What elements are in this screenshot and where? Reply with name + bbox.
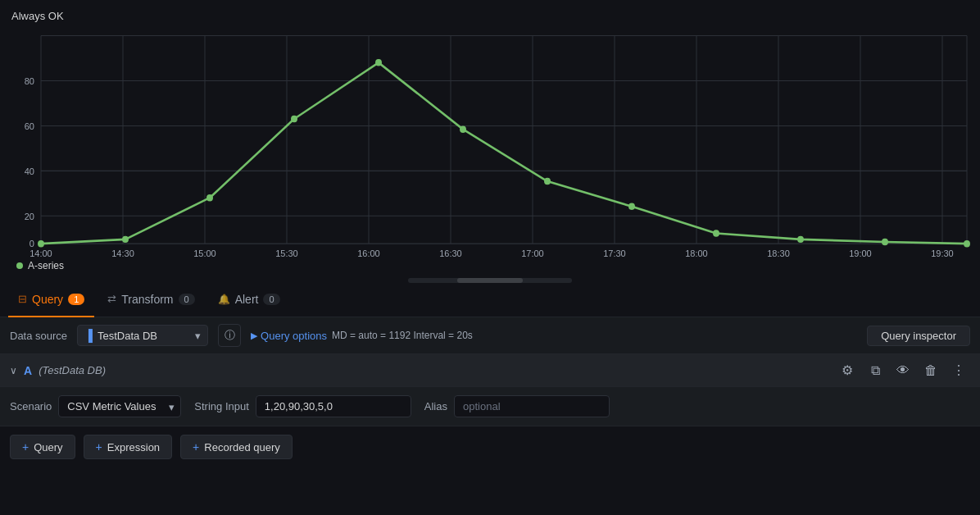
- datasource-label: Data source: [10, 330, 67, 342]
- query-options-row: ▶ Query options MD = auto = 1192 Interva…: [251, 330, 857, 342]
- more-icon: ⋮: [952, 362, 965, 378]
- svg-point-39: [291, 116, 297, 122]
- svg-point-42: [544, 178, 551, 185]
- toolbar-row: Data source ▐ TestData DB ▾ ⓘ ▶ Query op…: [0, 317, 980, 354]
- query-header: ∨ A (TestData DB) ⚙ ⧉ 👁 🗑 ⋮: [0, 354, 980, 387]
- chart-legend: A-series: [8, 257, 972, 275]
- svg-text:18:00: 18:00: [685, 248, 707, 257]
- scrollbar-thumb: [457, 278, 523, 283]
- chart-title: Always OK: [8, 10, 972, 22]
- chart-area: Always OK 0 20 40 60 80: [0, 0, 980, 283]
- svg-point-44: [713, 230, 719, 236]
- add-query-plus-icon: +: [22, 440, 29, 453]
- svg-point-43: [628, 203, 635, 209]
- query-inspector-button[interactable]: Query inspector: [867, 326, 970, 346]
- query-source-label: (TestData DB): [39, 364, 106, 376]
- query-letter: A: [24, 364, 32, 377]
- svg-point-47: [964, 240, 970, 247]
- settings-icon: ⚙: [842, 362, 853, 378]
- svg-text:14:00: 14:00: [29, 248, 52, 257]
- svg-point-36: [38, 240, 44, 247]
- datasource-name: TestData DB: [98, 330, 190, 342]
- datasource-select[interactable]: ▐ TestData DB ▾: [77, 325, 208, 346]
- query-tab-icon: ⊟: [18, 293, 27, 305]
- svg-text:15:30: 15:30: [275, 248, 297, 257]
- tab-query-label: Query: [32, 293, 63, 306]
- svg-point-41: [460, 125, 466, 132]
- add-query-label: Query: [34, 441, 62, 453]
- add-expression-label: Expression: [107, 441, 160, 453]
- svg-text:14:30: 14:30: [111, 248, 134, 257]
- tab-query[interactable]: ⊟ Query 1: [8, 283, 94, 317]
- add-expression-button[interactable]: + Expression: [84, 435, 173, 459]
- tab-alert-badge: 0: [263, 294, 279, 305]
- alert-tab-icon: 🔔: [218, 294, 230, 305]
- alias-label: Alias: [424, 400, 447, 412]
- scenario-label: Scenario: [10, 400, 52, 412]
- tab-transform-label: Transform: [121, 293, 173, 306]
- query-actions: ⚙ ⧉ 👁 🗑 ⋮: [836, 359, 970, 382]
- legend-dot: [16, 262, 23, 269]
- query-options-values: MD = auto = 1192 Interval = 20s: [332, 330, 473, 341]
- bottom-bar: + Query + Expression + Recorded query: [0, 426, 980, 467]
- datasource-caret-icon: ▾: [195, 330, 201, 342]
- svg-text:0: 0: [29, 239, 34, 248]
- scenario-select-wrapper: CSV Metric Values: [58, 395, 181, 417]
- query-visibility-button[interactable]: 👁: [892, 359, 914, 382]
- svg-point-46: [882, 239, 888, 245]
- svg-point-45: [797, 236, 804, 243]
- svg-text:15:00: 15:00: [193, 248, 216, 257]
- alias-field-group: Alias: [424, 395, 610, 417]
- svg-text:20: 20: [25, 211, 34, 221]
- alias-input[interactable]: [454, 395, 610, 417]
- add-query-button[interactable]: + Query: [10, 435, 75, 459]
- add-recorded-query-button[interactable]: + Recorded query: [180, 435, 293, 459]
- scenario-select[interactable]: CSV Metric Values: [58, 395, 181, 417]
- tabs-bar: ⊟ Query 1 ⇄ Transform 0 🔔 Alert 0: [0, 283, 980, 317]
- query-collapse-icon: ∨: [10, 365, 17, 376]
- chart-svg-container: 0 20 40 60 80 14:00 14:30 15:00 15:30 1: [8, 27, 972, 257]
- info-icon: ⓘ: [225, 328, 235, 343]
- query-options-toggle[interactable]: ▶ Query options: [251, 330, 327, 342]
- query-settings-button[interactable]: ⚙: [836, 359, 859, 382]
- svg-point-37: [122, 236, 129, 243]
- svg-text:19:30: 19:30: [931, 248, 953, 257]
- tab-alert-label: Alert: [235, 293, 259, 306]
- eye-icon: 👁: [896, 363, 910, 378]
- query-options-label: Query options: [261, 330, 327, 342]
- query-collapse-button[interactable]: ∨: [10, 365, 17, 376]
- add-expression-plus-icon: +: [96, 440, 102, 453]
- tab-transform-badge: 0: [179, 294, 195, 305]
- svg-text:16:00: 16:00: [357, 248, 379, 257]
- query-options-arrow-icon: ▶: [251, 330, 257, 341]
- query-delete-button[interactable]: 🗑: [919, 359, 942, 382]
- tab-transform[interactable]: ⇄ Transform 0: [98, 283, 204, 317]
- string-input-label: String Input: [194, 400, 249, 412]
- add-recorded-plus-icon: +: [193, 440, 199, 453]
- trash-icon: 🗑: [924, 363, 937, 378]
- scenario-field-group: Scenario CSV Metric Values: [10, 395, 181, 417]
- query-panel: ∨ A (TestData DB) ⚙ ⧉ 👁 🗑 ⋮ Scenario: [0, 354, 980, 426]
- legend-label: A-series: [28, 260, 64, 271]
- scrollbar-track: [408, 278, 572, 283]
- svg-text:17:30: 17:30: [603, 248, 625, 257]
- query-body: Scenario CSV Metric Values String Input …: [0, 387, 980, 426]
- transform-tab-icon: ⇄: [107, 293, 116, 305]
- svg-text:60: 60: [25, 121, 34, 130]
- string-input-field[interactable]: [256, 395, 411, 417]
- tab-alert[interactable]: 🔔 Alert 0: [208, 283, 290, 317]
- svg-text:18:30: 18:30: [767, 248, 789, 257]
- info-button[interactable]: ⓘ: [218, 324, 241, 347]
- svg-text:40: 40: [25, 166, 34, 175]
- query-duplicate-button[interactable]: ⧉: [864, 359, 887, 382]
- query-more-button[interactable]: ⋮: [947, 359, 970, 382]
- duplicate-icon: ⧉: [871, 363, 880, 378]
- datasource-icon: ▐: [84, 329, 93, 342]
- add-recorded-query-label: Recorded query: [204, 441, 280, 453]
- query-inspector-label: Query inspector: [881, 330, 956, 342]
- svg-point-40: [375, 59, 382, 66]
- svg-text:16:30: 16:30: [439, 248, 461, 257]
- string-input-field-group: String Input: [194, 395, 411, 417]
- chart-scrollbar[interactable]: [8, 275, 972, 286]
- svg-text:80: 80: [25, 75, 34, 85]
